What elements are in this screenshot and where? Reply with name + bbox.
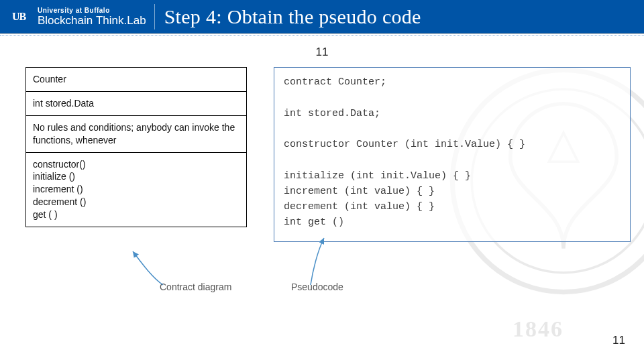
ub-logo-icon: UB [7, 9, 31, 25]
dotted-divider [0, 35, 644, 36]
logo-university-line: University at Buffalo [38, 7, 146, 14]
content-area: Counter int stored.Data No rules and con… [25, 67, 631, 328]
slide-title: Step 4: Obtain the pseudo code [164, 5, 421, 28]
diagram-row-rules: No rules and conditions; anybody can inv… [26, 116, 246, 153]
logo-strong: Blockchain [38, 14, 93, 27]
slide-number-top: 11 [316, 46, 329, 59]
logo-text: University at Buffalo Blockchain Think.L… [38, 7, 146, 26]
page-number-bottom: 11 [612, 334, 625, 347]
diagram-row-functions: constructor() initialize () increment ()… [26, 153, 246, 227]
logo-block: UB University at Buffalo Blockchain Thin… [0, 4, 155, 29]
caption-pseudocode: Pseudocode [291, 282, 343, 292]
ub-logo-text: UB [12, 11, 25, 23]
header-bar: UB University at Buffalo Blockchain Thin… [0, 0, 644, 34]
pseudocode-box: contract Counter; int stored.Data; const… [274, 67, 631, 242]
logo-lab-line: Blockchain Think.Lab [38, 15, 146, 26]
diagram-row-title: Counter [26, 68, 246, 92]
caption-contract-diagram: Contract diagram [160, 282, 231, 292]
logo-thin: Think.Lab [96, 14, 146, 27]
arrow-pseudo-icon [301, 235, 334, 288]
diagram-row-data: int stored.Data [26, 92, 246, 116]
contract-diagram: Counter int stored.Data No rules and con… [25, 67, 247, 227]
